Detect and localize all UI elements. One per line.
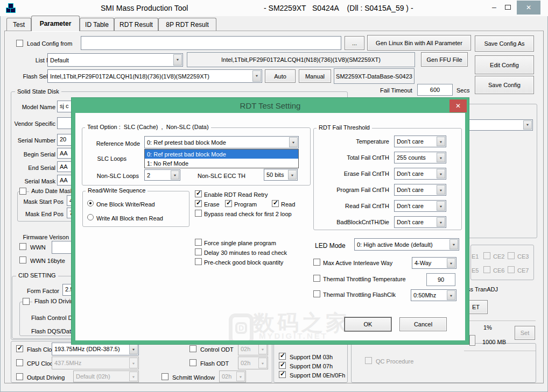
thermal-temp-checkbox[interactable] [313,275,320,282]
dropdown-option[interactable]: 1: No Ref Mode [145,159,298,168]
chevron-down-icon[interactable] [171,170,179,180]
cancel-button[interactable]: Cancel [399,317,447,331]
load-config-path-input[interactable] [81,36,341,50]
non-slc-loops-label: Non-SLC Loops [88,172,139,180]
program-fail-combo[interactable]: Don't care [394,184,446,196]
chevron-down-icon[interactable] [447,290,455,300]
chevron-down-icon[interactable] [252,70,261,82]
flash-select-combo[interactable]: Intel,1Tbit,PF29F01T2ALCQH1(N18)(736)(1V… [47,69,262,83]
manual-button[interactable]: Manual [299,69,331,83]
tab-rdt-result[interactable]: RDT Result [114,18,158,31]
wwn-checkbox[interactable] [19,243,26,250]
list-no-select[interactable]: Default [47,53,183,67]
rdt-fail-threshold-title: RDT Fail Threshold [317,124,372,131]
control-odt-checkbox[interactable] [189,345,196,352]
thermal-temp-input[interactable]: 90 [426,273,455,286]
save-config-as-button[interactable]: Save Config As [475,35,534,52]
window-close-button[interactable]: ✕ [517,1,540,15]
schmitt-window-checkbox[interactable] [161,373,168,380]
chevron-down-icon[interactable] [437,137,445,146]
thermal-clk-combo[interactable]: 0:50Mhz [411,289,456,301]
tab-test[interactable]: Test [6,18,31,31]
right-panel-combo[interactable] [467,119,533,131]
non-slc-loops-combo[interactable]: 2 [144,169,180,181]
program-checkbox[interactable] [225,200,232,207]
ce7-checkbox [508,266,515,273]
force-single-plane-checkbox[interactable] [195,239,202,246]
app-window: SMI Mass Production Tool - SM2259XT S042… [0,0,548,392]
size-slider-thumb[interactable] [469,335,475,346]
badblock-combo[interactable]: Don't care [394,216,446,228]
divider [464,320,536,321]
chevron-down-icon[interactable] [289,137,298,147]
led-mode-combo[interactable]: 0: High active Mode (default) [354,238,459,251]
wwn-16byte-checkbox[interactable] [19,256,26,263]
flash-clock-checkbox[interactable] [16,345,23,352]
chevron-down-icon[interactable] [437,217,445,227]
led-mode-label: LED Mode [315,242,346,250]
delay-30-checkbox[interactable] [195,248,202,255]
read-fail-combo[interactable]: Don't care [394,200,446,212]
flash-odt-checkbox[interactable] [189,359,196,366]
maximize-button[interactable] [505,5,511,10]
tab-id-table[interactable]: ID Table [80,18,114,31]
erase-fail-combo[interactable]: Don't care [394,168,446,180]
save-config-button[interactable]: Save Config [475,76,534,94]
test-option-title: Test Option : SLC (Cache) , Non-SLC (Dat… [85,124,211,130]
auto-button[interactable]: Auto [265,69,296,83]
non-slc-ecc-combo[interactable]: 50 bits [264,169,298,181]
chevron-down-icon[interactable] [447,258,455,268]
max-interleave-checkbox[interactable] [313,259,320,266]
precheck-good-block-checkbox[interactable] [195,258,202,265]
reference-mode-dropdown-list: 0: Ref pretest bad block Mode 1: No Ref … [144,149,299,168]
total-fail-combo[interactable]: 255 counts [394,152,446,163]
chevron-down-icon[interactable] [173,54,182,66]
fail-timeout-label: Fail Timeout [380,87,412,94]
chevron-down-icon[interactable] [437,153,445,162]
max-interleave-label: Max Active Interleave Way [323,259,392,267]
reference-mode-combo[interactable]: 0: Ref pretest bad block Mode [144,136,299,148]
chevron-down-icon[interactable] [129,344,138,354]
fail-timeout-input[interactable]: 600 [417,84,453,96]
chevron-down-icon[interactable] [437,169,445,179]
read-checkbox[interactable] [272,200,279,207]
flash-io-driving-checkbox[interactable] [23,298,30,305]
tab-8p-rdt-result[interactable]: 8P RDT Result [158,18,216,31]
solid-state-disk-title: Solid State Disk [15,88,61,95]
support-dm0e-checkbox[interactable] [279,371,286,378]
chevron-down-icon [258,358,267,368]
one-block-radio[interactable] [87,200,94,206]
chevron-down-icon[interactable] [437,185,445,195]
threshold-row-label: Total Fail CntTH [318,154,389,161]
chevron-down-icon [129,372,138,381]
reference-mode-label: Reference Mode [86,140,140,147]
flash-clock-combo[interactable]: 193.75MHz (DDR-387.5) [52,343,139,355]
chevron-down-icon [129,358,138,368]
chevron-down-icon[interactable] [523,120,532,130]
load-config-checkbox[interactable] [16,40,23,47]
temperature-combo[interactable]: Don't care [394,136,446,147]
dropdown-option-selected[interactable]: 0: Ref pretest bad block Mode [145,149,298,159]
gen-linux-bin-button[interactable]: Gen Linux Bin with All Parameter [367,35,471,51]
support-dm07-checkbox[interactable] [279,362,286,369]
dialog-close-button[interactable]: ✕ [449,99,467,112]
gen-ffu-button[interactable]: Gen FFU File [421,52,468,67]
output-driving-checkbox[interactable] [16,373,23,380]
minimize-button[interactable]: – [492,3,496,11]
write-all-radio[interactable] [87,214,94,220]
chevron-down-icon[interactable] [449,239,458,250]
thermal-clk-checkbox[interactable] [313,290,320,297]
browse-button[interactable]: ... [345,36,364,50]
edit-config-button[interactable]: Edit Config [475,55,534,74]
max-interleave-combo[interactable]: 4-Way [412,257,456,269]
tab-parameter[interactable]: Parameter [31,16,80,31]
ok-button[interactable]: OK [345,317,391,331]
support-dm03-checkbox[interactable] [279,353,286,360]
chevron-down-icon[interactable] [288,170,297,180]
auto-date-mask-checkbox[interactable] [19,188,26,195]
cpu-clock-checkbox[interactable] [16,359,23,366]
erase-checkbox[interactable] [195,200,202,207]
enable-rdt-read-retry-checkbox[interactable] [195,190,202,197]
chevron-down-icon[interactable] [437,201,445,211]
bypass-read-check-checkbox[interactable] [195,210,202,217]
